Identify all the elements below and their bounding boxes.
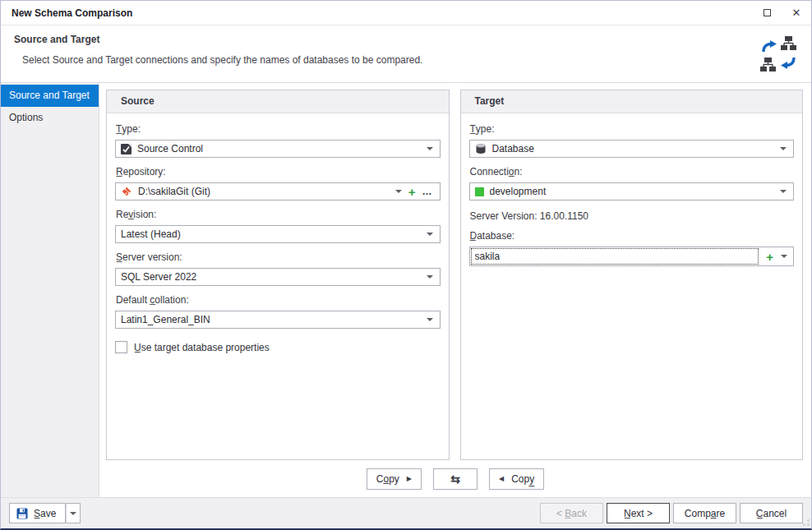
chevron-down-icon (427, 233, 433, 236)
swap-source-target-button[interactable]: ⇆ (433, 468, 478, 490)
default-collation-label: Default c̲ollation: (116, 294, 441, 306)
save-floppy-icon (16, 508, 28, 519)
connection-value: development (490, 186, 775, 197)
server-version-value: SQL Server 2022 (121, 271, 421, 283)
sidebar: Source and Target Options (1, 83, 99, 497)
target-type-label: T̲ype: (470, 123, 795, 135)
use-target-properties-label[interactable]: U̲se target database properties (134, 342, 270, 353)
use-target-properties-checkbox[interactable] (115, 341, 127, 353)
use-target-properties-row: U̲se target database properties (115, 341, 441, 353)
cancel-button[interactable]: C̲ancel (740, 503, 803, 523)
copy-to-target-button[interactable]: Co̲py ▶ (367, 468, 422, 490)
default-collation-value: Latin1_General_BIN (121, 314, 421, 325)
back-button[interactable]: < B̲ack (540, 503, 603, 523)
connection-select[interactable]: development (469, 182, 795, 200)
connection-label: Connectio̲n: (470, 166, 795, 177)
repository-select[interactable]: D:\sakilaGit (Git) + … (115, 182, 441, 200)
left-triangle-icon: ◀ (499, 475, 504, 482)
browse-repository-button[interactable]: … (422, 187, 433, 196)
next-button[interactable]: N̲ext > (607, 503, 670, 523)
target-panel: Target T̲ype: Database Conne (460, 90, 804, 460)
chevron-down-icon (780, 190, 787, 193)
copy-to-source-button[interactable]: ◀ Copy̲ (489, 468, 544, 490)
title-bar: New Schema Comparison ✕ (1, 1, 811, 25)
server-version-label: S̲erver version: (116, 251, 441, 263)
source-panel-title: Source (107, 90, 449, 113)
resize-grip[interactable] (803, 519, 810, 526)
sidebar-item-source-and-target[interactable]: Source and Target (1, 85, 99, 107)
database-icon (475, 143, 487, 154)
chevron-down-icon (780, 147, 787, 150)
close-icon: ✕ (792, 7, 801, 19)
database-combo: + (469, 247, 795, 266)
add-database-button[interactable]: + (765, 251, 774, 263)
target-type-value: Database (492, 143, 775, 154)
copy-to-source-label: Copy̲ (511, 473, 534, 485)
chevron-down-icon[interactable] (781, 255, 787, 258)
database-input[interactable] (471, 248, 759, 265)
new-schema-comparison-dialog: New Schema Comparison ✕ Source and Targe… (0, 0, 812, 530)
chevron-down-icon (427, 147, 433, 150)
maximize-icon (764, 9, 771, 16)
wizard-header: Source and Target Select Source and Targ… (1, 25, 811, 83)
maximize-button[interactable] (752, 1, 782, 25)
add-repository-button[interactable]: + (408, 186, 417, 198)
copy-controls: Co̲py ▶ ⇆ ◀ Copy̲ (99, 460, 811, 497)
schema-comparison-icon (759, 29, 801, 82)
main-area: Source and Target Options Source T̲ype: (1, 83, 811, 497)
default-collation-select[interactable]: Latin1_General_BIN (115, 311, 441, 329)
save-button[interactable]: S̲ave (9, 503, 66, 523)
compare-button[interactable]: Compa̲re (673, 503, 736, 523)
chevron-down-icon (427, 275, 433, 279)
page-title: Source and Target (14, 34, 759, 45)
footer-bar: S̲ave < B̲ack N̲ext > Compa̲re C̲ancel (1, 497, 811, 528)
revision-select[interactable]: Latest (Head) (115, 225, 441, 243)
right-triangle-icon: ▶ (407, 475, 412, 482)
database-label: D̲atabase: (470, 230, 795, 242)
sidebar-item-options[interactable]: Options (1, 107, 99, 129)
source-type-select[interactable]: Source Control (115, 140, 441, 158)
save-dropdown-button[interactable] (66, 503, 81, 523)
repository-value: D:\sakilaGit (Git) (138, 186, 390, 197)
repository-label: R̲epository: (116, 166, 441, 177)
swap-arrows-icon: ⇆ (450, 472, 460, 486)
source-type-label: T̲ype: (116, 123, 441, 135)
server-version-text: Server Version: 16.00.1150 (470, 210, 795, 222)
close-button[interactable]: ✕ (782, 1, 811, 25)
save-split-button: S̲ave (9, 503, 81, 523)
connection-status-icon (475, 187, 484, 196)
content-area: Source T̲ype: Source Control (99, 83, 811, 497)
source-control-icon (121, 144, 131, 154)
chevron-down-icon (427, 318, 433, 321)
revision-label: Rev̲ision: (116, 209, 441, 220)
window-controls: ✕ (752, 1, 811, 25)
chevron-down-icon (395, 190, 402, 193)
git-repository-icon (121, 186, 132, 197)
window-title: New Schema Comparison (12, 7, 132, 19)
server-version-select[interactable]: SQL Server 2022 (115, 268, 441, 286)
save-label: S̲ave (34, 508, 56, 519)
wizard-nav-buttons: < B̲ack N̲ext > Compa̲re C̲ancel (540, 503, 803, 523)
target-type-select[interactable]: Database (469, 140, 795, 158)
copy-to-target-label: Co̲py (376, 473, 399, 485)
page-description: Select Source and Target connections and… (14, 54, 759, 66)
target-panel-title: Target (461, 90, 803, 113)
revision-value: Latest (Head) (121, 228, 421, 240)
source-type-value: Source Control (137, 143, 421, 154)
chevron-down-icon (70, 512, 76, 515)
source-panel: Source T̲ype: Source Control (106, 90, 450, 460)
